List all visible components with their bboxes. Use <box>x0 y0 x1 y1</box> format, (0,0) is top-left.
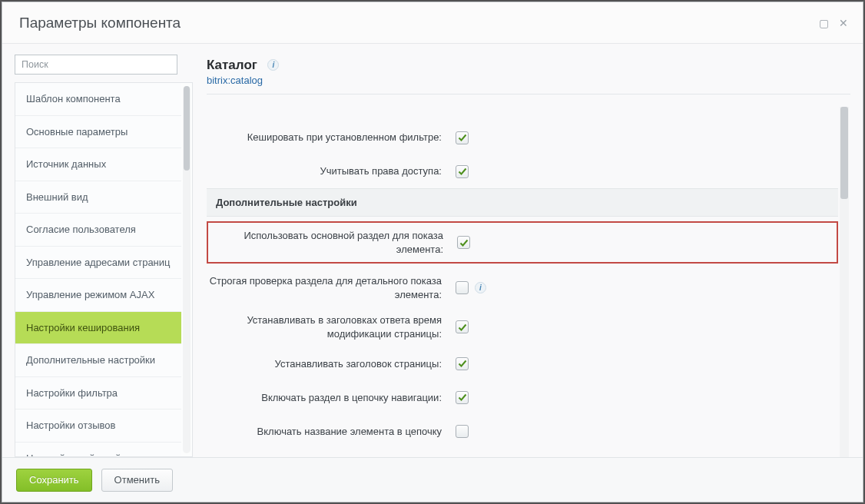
dialog-footer: Сохранить Отменить <box>2 457 863 502</box>
sidebar-item-0[interactable]: Шаблон компонента <box>15 83 181 116</box>
titlebar: Параметры компонента ▢ ✕ <box>2 2 863 44</box>
label-use-main-section: Использовать основной раздел для показа … <box>208 223 451 262</box>
row-cache-groups: Учитывать права доступа: <box>207 154 838 188</box>
info-icon[interactable]: i <box>475 282 486 293</box>
settings-scrollbar[interactable] <box>840 107 849 457</box>
close-icon[interactable]: ✕ <box>838 18 849 28</box>
label-cache-groups: Учитывать права доступа: <box>207 158 449 184</box>
label-set-last-modified: Устанавливать в заголовках ответа время … <box>207 307 449 346</box>
checkbox-add-section-chain[interactable] <box>456 391 469 404</box>
sidebar-item-1[interactable]: Основные параметры <box>15 116 181 149</box>
sidebar-item-8[interactable]: Дополнительные настройки <box>15 344 181 377</box>
sidebar-item-5[interactable]: Управление адресами страниц <box>15 247 181 280</box>
checkbox-cache-filter[interactable] <box>456 131 469 144</box>
row-cache-filter: Кешировать при установленном фильтре: <box>207 121 838 154</box>
sidebar: Шаблон компонентаОсновные параметрыИсточ… <box>15 55 193 457</box>
row-set-last-modified: Устанавливать в заголовках ответа время … <box>207 307 838 346</box>
sidebar-nav: Шаблон компонентаОсновные параметрыИсточ… <box>15 82 193 457</box>
sidebar-item-7[interactable]: Настройки кеширования <box>15 312 181 345</box>
dialog-title: Параметры компонента <box>19 15 818 32</box>
row-use-main-section: Использовать основной раздел для показа … <box>208 223 837 262</box>
sidebar-item-3[interactable]: Внешний вид <box>15 181 181 214</box>
component-subtitle: bitrix:catalog <box>207 75 850 86</box>
search-input[interactable] <box>15 55 177 75</box>
maximize-icon[interactable]: ▢ <box>818 18 829 28</box>
section-additional: Дополнительные настройки <box>207 188 838 217</box>
checkbox-set-title[interactable] <box>456 357 469 370</box>
save-button[interactable]: Сохранить <box>16 469 92 492</box>
checkbox-strict-section[interactable] <box>456 281 469 294</box>
sidebar-item-6[interactable]: Управление режимом AJAX <box>15 279 181 312</box>
row-add-section-chain: Включать раздел в цепочку навигации: <box>207 380 838 414</box>
sidebar-item-9[interactable]: Настройки фильтра <box>15 377 181 410</box>
sidebar-scroll-thumb[interactable] <box>184 86 190 171</box>
sidebar-item-4[interactable]: Согласие пользователя <box>15 214 181 247</box>
row-strict-section: Строгая проверка раздела для детального … <box>207 268 838 307</box>
label-set-title: Устанавливать заголовок страницы: <box>207 351 449 377</box>
main-panel: Каталог i bitrix:catalog Кешировать при … <box>207 55 850 457</box>
sidebar-item-10[interactable]: Настройки отзывов <box>15 410 181 443</box>
settings-scroll-thumb[interactable] <box>840 107 848 199</box>
checkbox-cache-groups[interactable] <box>456 165 469 178</box>
sidebar-item-2[interactable]: Источник данных <box>15 148 181 181</box>
label-add-section-chain: Включать раздел в цепочку навигации: <box>207 385 449 411</box>
info-icon[interactable]: i <box>267 59 279 71</box>
sidebar-item-11[interactable]: Настройки действий <box>15 443 181 456</box>
dialog-window: Параметры компонента ▢ ✕ Шаблон компонен… <box>2 2 863 502</box>
row-set-title: Устанавливать заголовок страницы: <box>207 346 838 380</box>
checkbox-set-last-modified[interactable] <box>456 320 469 333</box>
checkbox-add-element-chain[interactable] <box>456 425 469 438</box>
sidebar-scrollbar[interactable] <box>183 86 191 453</box>
row-add-element-chain: Включать название элемента в цепочку <box>207 414 838 448</box>
dialog-body: Шаблон компонентаОсновные параметрыИсточ… <box>2 44 863 502</box>
component-title: Каталог <box>207 58 257 73</box>
label-strict-section: Строгая проверка раздела для детального … <box>207 268 449 307</box>
label-add-element-chain: Включать название элемента в цепочку <box>207 419 449 445</box>
highlighted-setting: Использовать основной раздел для показа … <box>207 221 838 264</box>
label-cache-filter: Кешировать при установленном фильтре: <box>207 124 449 151</box>
checkbox-use-main-section[interactable] <box>457 236 470 249</box>
cancel-button[interactable]: Отменить <box>101 469 173 492</box>
